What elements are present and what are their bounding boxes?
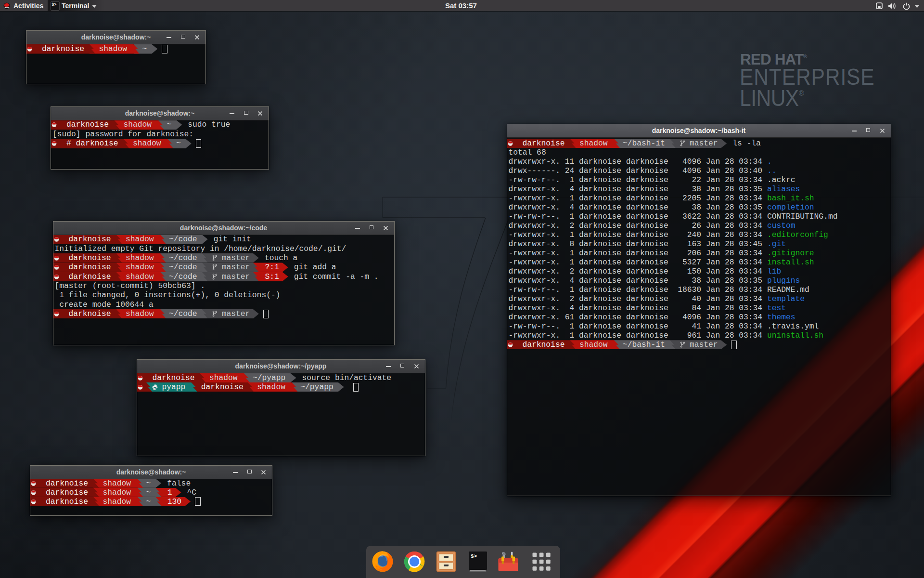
svg-text:$>: $>: [471, 553, 477, 559]
svg-text:$>: $>: [51, 2, 56, 7]
